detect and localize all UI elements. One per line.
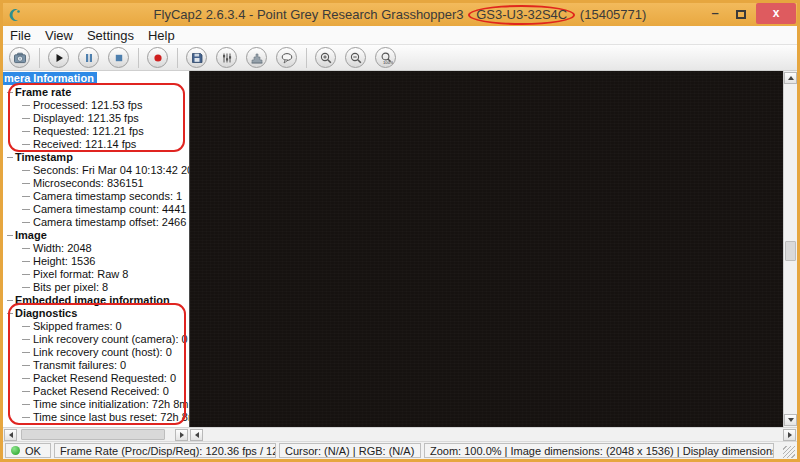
tree-item[interactable]: Packet Resend Received: 0 <box>3 385 189 398</box>
status-bar: OK Frame Rate (Proc/Disp/Req): 120.36 fp… <box>3 441 797 459</box>
scroll-right-arrow[interactable] <box>783 429 796 441</box>
image-display-area <box>189 71 797 441</box>
tree-item[interactable]: Camera timestamp count: 4441 <box>3 203 189 216</box>
annotation-ellipse-model: GS3-U3-32S4C <box>468 5 575 25</box>
resize-grip[interactable] <box>783 446 795 458</box>
camera-select-button[interactable] <box>9 47 30 68</box>
flycap-app-icon <box>9 8 23 22</box>
record-button[interactable] <box>147 47 168 68</box>
tree-item[interactable]: Bits per pixel: 8 <box>3 281 189 294</box>
tree-item[interactable]: Time since initialization: 72h 8m 31s <box>3 398 189 411</box>
zoom-reset-button[interactable]: 100% <box>375 47 396 68</box>
tree-section-diagnostics[interactable]: Diagnostics <box>3 307 189 320</box>
save-icon <box>190 51 204 65</box>
tree-item[interactable]: Camera timestamp offset: 2466 <box>3 216 189 229</box>
zoom-dimensions-text: Zoom: 100.0% | Image dimensions: (2048 x… <box>430 445 774 457</box>
tree-item[interactable]: Requested: 121.21 fps <box>3 125 189 138</box>
up-arrow-icon <box>788 76 794 80</box>
tree-item[interactable]: Pixel format: Raw 8 <box>3 268 189 281</box>
tree-item[interactable]: Link recovery count (camera): 0 <box>3 333 189 346</box>
stop-icon <box>112 51 126 65</box>
zoom-in-icon <box>319 51 333 65</box>
tree-item[interactable]: Seconds: Fri Mar 04 10:13:42 2016 <box>3 164 189 177</box>
zoom-out-icon <box>349 51 363 65</box>
histogram-button[interactable] <box>246 47 267 68</box>
scrollbar-thumb[interactable] <box>785 241 796 261</box>
image-vertical-scrollbar[interactable] <box>783 71 797 427</box>
camera-info-tree: mera Information Frame rate Processed: 1… <box>3 71 189 427</box>
zoom-in-button[interactable] <box>315 47 336 68</box>
tree-item[interactable]: Displayed: 121.35 fps <box>3 112 189 125</box>
save-image-button[interactable] <box>186 47 207 68</box>
scrollbar-thumb[interactable] <box>21 429 165 440</box>
tree-section-timestamp[interactable]: Timestamp <box>3 151 189 164</box>
play-icon <box>52 51 66 65</box>
tree-item[interactable]: Packet Resend Requested: 0 <box>3 372 189 385</box>
status-frame-rate-panel: Frame Rate (Proc/Disp/Req): 120.36 fps /… <box>54 443 276 458</box>
status-text: OK <box>25 445 41 457</box>
histogram-icon <box>250 51 264 65</box>
left-arrow-icon <box>195 432 199 438</box>
status-ok-panel: OK <box>5 443 51 458</box>
toolbar-separator <box>39 48 40 68</box>
title-prefix: FlyCap2 2.6.3.4 - Point Grey Research Gr… <box>154 7 468 22</box>
tree-item[interactable]: Skipped frames: 0 <box>3 320 189 333</box>
left-arrow-icon <box>9 432 13 438</box>
toolbar-separator <box>177 48 178 68</box>
sliders-icon <box>220 51 234 65</box>
tree-section-frame-rate[interactable]: Frame rate <box>3 86 189 99</box>
camera-control-button[interactable] <box>216 47 237 68</box>
events-bubble-icon <box>280 51 294 65</box>
tree-root-camera-information[interactable]: mera Information <box>3 72 189 86</box>
pause-button[interactable] <box>78 47 99 68</box>
play-button[interactable] <box>48 47 69 68</box>
pause-icon <box>82 51 96 65</box>
tree-item[interactable]: Height: 1536 <box>3 255 189 268</box>
toolbar-separator <box>138 48 139 68</box>
scroll-left-arrow[interactable] <box>4 429 17 441</box>
menu-view[interactable]: View <box>45 28 73 43</box>
tree-item[interactable]: Transmit failures: 0 <box>3 359 189 372</box>
window-controls: – x <box>702 3 797 26</box>
tree-item[interactable]: Processed: 121.53 fps <box>3 99 189 112</box>
camera-icon <box>13 51 27 65</box>
right-arrow-icon <box>180 432 184 438</box>
tree-item[interactable]: Link recovery count (host): 0 <box>3 346 189 359</box>
scroll-down-arrow[interactable] <box>784 414 797 426</box>
frame-rate-text: Frame Rate (Proc/Disp/Req): 120.36 fps /… <box>60 445 276 457</box>
status-cursor-panel: Cursor: (N/A) | RGB: (N/A) <box>279 443 421 458</box>
scroll-right-arrow[interactable] <box>175 429 188 441</box>
scroll-left-arrow[interactable] <box>190 429 203 441</box>
toolbar-separator <box>306 48 307 68</box>
main-content: mera Information Frame rate Processed: 1… <box>3 71 797 441</box>
close-button[interactable]: x <box>756 3 796 24</box>
toolbar: 100% <box>3 45 797 71</box>
maximize-icon <box>736 10 746 19</box>
tree-horizontal-scrollbar[interactable] <box>3 427 189 441</box>
menu-file[interactable]: File <box>10 28 31 43</box>
scroll-up-arrow[interactable] <box>784 72 797 84</box>
stop-button[interactable] <box>108 47 129 68</box>
tree-section-embedded-image-info[interactable]: Embedded image information <box>3 294 189 307</box>
image-horizontal-scrollbar[interactable] <box>189 427 797 441</box>
cursor-rgb-text: Cursor: (N/A) | RGB: (N/A) <box>285 445 414 457</box>
down-arrow-icon <box>788 418 794 422</box>
tree-item[interactable]: Camera timestamp seconds: 1 <box>3 190 189 203</box>
right-arrow-icon <box>788 432 792 438</box>
window-title: FlyCap2 2.6.3.4 - Point Grey Research Gr… <box>3 5 797 25</box>
record-icon <box>151 51 165 65</box>
zoom-out-button[interactable] <box>345 47 366 68</box>
tree-item[interactable]: Microseconds: 836151 <box>3 177 189 190</box>
title-serial: (15405771) <box>576 7 646 22</box>
tree-item[interactable]: Received: 121.14 fps <box>3 138 189 151</box>
tree-item[interactable]: Time since last bus reset: 72h 8m 31s <box>3 411 189 424</box>
maximize-button[interactable] <box>728 5 754 25</box>
tree-item[interactable]: Width: 2048 <box>3 242 189 255</box>
svg-text:100%: 100% <box>383 60 393 65</box>
tree-section-image[interactable]: Image <box>3 229 189 242</box>
minimize-button[interactable]: – <box>702 5 728 25</box>
menu-help[interactable]: Help <box>148 28 175 43</box>
camera-view[interactable] <box>189 71 783 427</box>
menu-settings[interactable]: Settings <box>87 28 134 43</box>
events-button[interactable] <box>276 47 297 68</box>
